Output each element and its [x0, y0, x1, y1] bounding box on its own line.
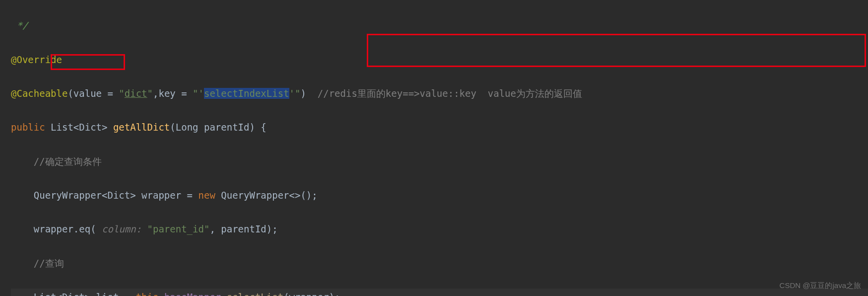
keyword-public: public — [11, 122, 51, 133]
annotation-override: @Override — [11, 54, 62, 65]
string-quote: '" — [289, 88, 301, 99]
comment-redis: //redis里面的key==>value::key value为方法的返回值 — [318, 88, 582, 99]
code-text: ) — [300, 88, 317, 99]
code-text: List<Dict> list = — [11, 292, 136, 296]
string-parentid: "parent_id" — [147, 223, 210, 234]
method-name: getAllDict — [113, 122, 170, 133]
method-selectlist: selectList — [227, 292, 283, 296]
method-params: (Long parentId) { — [170, 122, 266, 133]
comment-cn1: //确定查询条件 — [11, 156, 102, 167]
return-type: List<Dict> — [51, 122, 113, 133]
watermark: CSDN @豆豆的java之旅 — [780, 279, 861, 292]
string-dict: dict — [125, 88, 147, 99]
string-selectindex: selectIndexList — [204, 88, 289, 99]
dot: . — [158, 292, 164, 296]
string-quote: " — [119, 88, 124, 99]
code-text: QueryWrapper<Dict> wrapper = — [11, 190, 199, 201]
comment-close: */ — [11, 20, 28, 31]
annotation-cacheable: @Cacheable — [11, 88, 67, 99]
keyword-this: this — [136, 292, 159, 296]
keyword-new: new — [199, 190, 215, 201]
dot: . — [221, 292, 226, 296]
code-text: (wrapper); — [283, 292, 340, 296]
code-text: , parentId); — [209, 223, 277, 234]
string-quote: "' — [193, 88, 204, 99]
param-hint: column: — [96, 223, 147, 234]
comment-cn2: //查询 — [11, 258, 64, 269]
string-quote: " — [147, 88, 153, 99]
field-basemapper: baseMapper — [164, 292, 221, 296]
code-text: ,key = — [153, 88, 193, 99]
code-text: QueryWrapper<>(); — [215, 190, 318, 201]
code-text: (value = — [67, 88, 119, 99]
code-text: wrapper.eq( — [11, 223, 96, 234]
code-editor[interactable]: */ @Override @Cacheable(value = "dict",k… — [0, 0, 868, 296]
